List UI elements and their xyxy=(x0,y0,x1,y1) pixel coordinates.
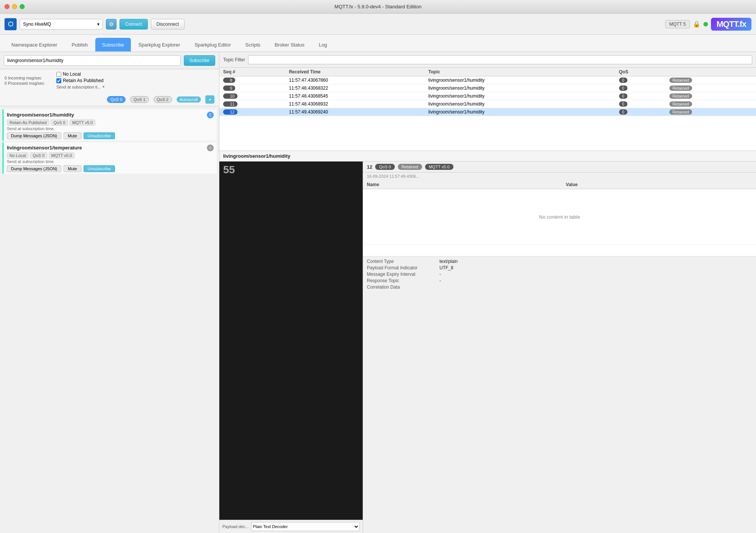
incoming-stats: 0 Incoming msg/sec xyxy=(5,76,44,80)
tab-log[interactable]: Log xyxy=(312,38,334,51)
tab-sparkplug-editor[interactable]: Sparkplug Editor xyxy=(188,38,238,51)
sub-topic-2: livingroom/sensor1/temperature xyxy=(7,145,82,151)
close-button[interactable] xyxy=(5,4,9,9)
settings-button[interactable]: ⚙ xyxy=(106,19,116,30)
dropdown-arrow-icon: ▾ xyxy=(97,22,99,27)
meta-value: text/plain xyxy=(439,259,458,264)
cell-time: 11:57:48.43068322 xyxy=(285,84,425,92)
table-row[interactable]: 8 11:57:47.43067860 livingroom/sensor1/h… xyxy=(219,76,756,84)
minimize-button[interactable] xyxy=(12,4,17,9)
autoscroll-dropdown-button[interactable]: ▾ xyxy=(205,95,214,104)
qos-options: QoS 0 QoS 1 QoS 2 Autoscroll ▾ xyxy=(107,95,214,104)
main-content: Subscribe 0 Incoming msg/sec 0 Processed… xyxy=(0,52,756,533)
mute-button-1[interactable]: Mute xyxy=(64,132,81,139)
qos1-button[interactable]: QoS 1 xyxy=(130,96,149,103)
connect-button[interactable]: Connect xyxy=(120,19,148,30)
cell-qos: 0 xyxy=(615,100,666,108)
dump-messages-button-1[interactable]: Dump Messages (JSON) xyxy=(7,132,61,139)
no-content-row: No content in table xyxy=(363,189,756,245)
cell-seq: 10 xyxy=(219,92,285,100)
lock-icon: 🔒 xyxy=(693,20,700,28)
cell-retained: Retained xyxy=(666,100,756,108)
tab-subscribe[interactable]: Subscribe xyxy=(95,38,131,51)
cell-topic: livingroom/sensor1/humidity xyxy=(425,100,615,108)
detail-qos-badge: QoS 0 xyxy=(375,164,394,170)
table-row[interactable]: 9 11:57:48.43068322 livingroom/sensor1/h… xyxy=(219,84,756,92)
topic-input[interactable] xyxy=(4,55,181,66)
meta-label: Content Type xyxy=(367,259,435,264)
tab-sparkplug-explorer[interactable]: Sparkplug Explorer xyxy=(132,38,187,51)
options-row: 0 Incoming msg/sec 0 Processed msg/sec N… xyxy=(0,69,219,106)
mute-button-2[interactable]: Mute xyxy=(64,165,81,172)
subscribe-button[interactable]: Subscribe xyxy=(184,55,215,66)
dump-messages-button-2[interactable]: Dump Messages (JSON) xyxy=(7,165,61,172)
tab-scripts[interactable]: Scripts xyxy=(239,38,267,51)
table-row[interactable]: 11 11:57:48.43068932 livingroom/sensor1/… xyxy=(219,100,756,108)
sub-tags-2: No Local QoS 0 MQTT v5.0 xyxy=(7,152,214,159)
sub-count-2: 0 xyxy=(207,145,214,151)
cell-qos: 0 xyxy=(615,76,666,84)
disconnect-button[interactable]: Disconnect xyxy=(151,19,185,30)
detail-topic-text: livingroom/sensor1/humidity xyxy=(223,153,290,159)
detail-mqtt-badge: MQTT v5.0 xyxy=(425,164,453,170)
no-local-checkbox[interactable] xyxy=(56,72,61,77)
props-panel: 12 QoS 0 Retained MQTT v5.0 16-09-2024 1… xyxy=(363,162,756,533)
meta-row: Payload Format IndicatorUTF_8 xyxy=(367,265,752,270)
subscription-item-2: livingroom/sensor1/temperature 0 No Loca… xyxy=(2,142,217,174)
autoscroll-button[interactable]: Autoscroll xyxy=(177,96,201,103)
meta-value: - xyxy=(439,278,441,283)
meta-row: Response Topic- xyxy=(367,278,752,283)
cell-topic: livingroom/sensor1/humidity xyxy=(425,84,615,92)
maximize-button[interactable] xyxy=(20,4,25,9)
detail-seq: 12 xyxy=(367,164,372,170)
tab-namespace-explorer[interactable]: Namespace Explorer xyxy=(5,38,64,51)
detail-timestamp: 16-09-2024 11:57:49.4306... xyxy=(363,172,756,180)
send-subscription-option[interactable]: Send at subscription ti... ▾ xyxy=(56,84,104,89)
table-row[interactable]: 10 11:57:48.43068545 livingroom/sensor1/… xyxy=(219,92,756,100)
cell-time: 11:57:48.43068932 xyxy=(285,100,425,108)
col-qos: QoS xyxy=(615,68,666,76)
retain-as-published-option[interactable]: Retain As Published xyxy=(56,78,104,83)
detail-content: 55 Payload dec... Plain Text Decoder 12 … xyxy=(219,162,756,533)
tag-mqtt-v5: MQTT v5.0 xyxy=(70,120,96,126)
cell-retained: Retained xyxy=(666,108,756,116)
tab-publish[interactable]: Publish xyxy=(65,38,95,51)
mqtt-version-badge: MQTT 5 xyxy=(665,20,690,28)
meta-row: Correlation Data xyxy=(367,284,752,290)
table-row[interactable]: 12 11:57:49.43069240 livingroom/sensor1/… xyxy=(219,108,756,116)
qos2-button[interactable]: QoS 2 xyxy=(154,96,172,103)
sub-row-2: livingroom/sensor1/temperature 0 xyxy=(7,145,214,151)
meta-row: Message Expiry Interval- xyxy=(367,272,752,277)
subscription-item: livingroom/sensor1/humidity 5 Retain As … xyxy=(2,109,217,141)
tab-broker-status[interactable]: Broker Status xyxy=(268,38,311,51)
meta-label: Message Expiry Interval xyxy=(367,272,435,277)
no-local-option[interactable]: No Local xyxy=(56,71,104,77)
window-title: MQTT.fx - 5.9.0-dev4 - Standard Edition xyxy=(335,4,422,9)
cell-topic: livingroom/sensor1/humidity xyxy=(425,76,615,84)
sub-send-at-2: Send at subscription time. xyxy=(7,159,214,164)
sub-row-1: livingroom/sensor1/humidity 5 xyxy=(7,112,214,118)
payload-decoder-select[interactable]: Plain Text Decoder xyxy=(251,522,360,531)
sub-send-at: Send at subscription time. xyxy=(7,126,214,131)
cell-retained: Retained xyxy=(666,92,756,100)
send-subscription-dropdown[interactable]: ▾ xyxy=(102,84,105,89)
topic-filter-input[interactable] xyxy=(248,55,752,64)
retain-as-published-checkbox[interactable] xyxy=(56,78,61,83)
qos0-button[interactable]: QoS 0 xyxy=(107,96,126,103)
cell-retained: Retained xyxy=(666,84,756,92)
cell-qos: 0 xyxy=(615,84,666,92)
unsubscribe-button-2[interactable]: Unsubscribe xyxy=(84,165,115,172)
meta-row: Content Typetext/plain xyxy=(367,259,752,264)
props-header: 12 QoS 0 Retained MQTT v5.0 xyxy=(363,162,756,172)
detail-panel: livingroom/sensor1/humidity 55 Payload d… xyxy=(219,151,756,533)
meta-rows: Content Typetext/plainPayload Format Ind… xyxy=(363,256,756,293)
right-panel: Topic Filter Seq # Received Time Topic Q… xyxy=(219,52,756,533)
unsubscribe-button-1[interactable]: Unsubscribe xyxy=(84,132,115,139)
col-seq: Seq # xyxy=(219,68,285,76)
sub-tags-1: Retain As Published QoS 0 MQTT v5.0 xyxy=(7,120,214,126)
processed-stats: 0 Processed msg/sec xyxy=(5,81,44,85)
broker-dropdown[interactable]: Syno HiveMQ ▾ xyxy=(20,19,103,30)
cell-qos: 0 xyxy=(615,108,666,116)
nav-tabs: Namespace Explorer Publish Subscribe Spa… xyxy=(0,35,756,52)
col-value: Value xyxy=(562,180,756,189)
